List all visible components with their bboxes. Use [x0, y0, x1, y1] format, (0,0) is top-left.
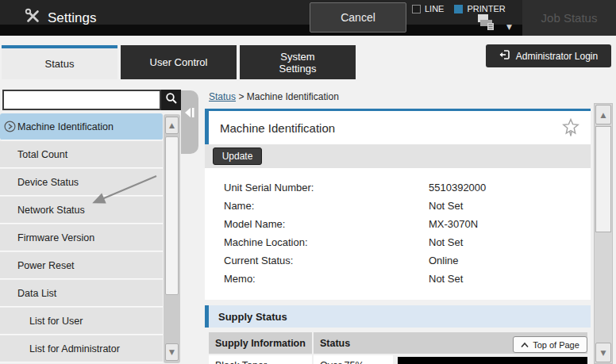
top-of-page-label: Top of Page: [533, 340, 579, 350]
field-row: Unit Serial Number: 5510392000: [205, 178, 591, 197]
tab-user-control[interactable]: User Control: [121, 45, 237, 79]
sidebar-item-label: Machine Identification: [17, 121, 114, 132]
printer-icon: [477, 13, 496, 34]
field-value: MX-3070N: [429, 218, 591, 230]
cell-supply-information: Black Toner: [209, 355, 312, 364]
top-of-page-button[interactable]: Top of Page: [513, 336, 587, 353]
sidebar-item-label: List for Administrator: [29, 343, 120, 354]
sidebar-item-label: Device Status: [17, 177, 79, 188]
field-label: Memo:: [205, 273, 429, 285]
field-row: Name: Not Set: [205, 197, 591, 215]
main-scroll-thumb[interactable]: [595, 126, 611, 232]
sidebar-item-label: Firmware Version: [17, 232, 94, 243]
supply-table-body: Black Toner Over 75%: [209, 355, 587, 364]
main-scrollbar: ▲ ▼: [594, 103, 613, 364]
status-indicators: LINE PRINTER: [412, 4, 506, 13]
field-label: Model Name:: [205, 218, 429, 230]
printer-dropdown-caret-icon[interactable]: ▼: [506, 23, 512, 31]
machine-identification-fields: Unit Serial Number: 5510392000 Name: Not…: [205, 168, 591, 300]
sidebar-item-label: Network Status: [17, 205, 85, 216]
indicator-printer: PRINTER: [454, 4, 505, 13]
tab-label: User Control: [150, 56, 208, 68]
sidebar-item-device-status[interactable]: Device Status: [0, 169, 163, 196]
section-title: Machine Identification: [209, 121, 335, 135]
cell-status: Over 75%: [314, 355, 393, 364]
cancel-button[interactable]: Cancel: [310, 2, 406, 33]
sidebar-item-network-status[interactable]: Network Status: [0, 197, 163, 224]
sidebar-scroll-down-button[interactable]: ▼: [165, 343, 179, 361]
top-header-bar: Settings Cancel LINE PRINTER ▼ Job Statu…: [0, 0, 616, 36]
breadcrumb: Status > Machine Identification: [209, 91, 339, 102]
section-toolbar: Update: [205, 144, 591, 168]
sidebar-item-label: Power Reset: [17, 260, 75, 271]
field-label: Name:: [205, 200, 429, 212]
indicator-swatch: [412, 5, 421, 13]
sidebar-scroll-thumb[interactable]: [165, 136, 179, 295]
field-value: Not Set: [429, 236, 591, 248]
administrator-login-button[interactable]: Administrator Login: [486, 44, 611, 67]
administrator-login-label: Administrator Login: [516, 51, 598, 62]
chevron-up-icon: [521, 340, 529, 350]
breadcrumb-status-link[interactable]: Status: [209, 91, 236, 102]
sidebar-item-firmware-version[interactable]: Firmware Version: [0, 224, 163, 251]
job-status-button[interactable]: Job Status: [522, 0, 616, 36]
sidebar-item-label: List for User: [29, 316, 83, 327]
update-button[interactable]: Update: [213, 148, 262, 165]
column-header-supply-information: Supply Information: [209, 332, 312, 354]
machine-identification-section-header: Machine Identification: [205, 109, 591, 144]
supply-status-title: Supply Status: [209, 311, 287, 323]
app-title-label: Settings: [48, 10, 96, 26]
indicator-label: PRINTER: [467, 4, 505, 13]
table-row: Black Toner Over 75%: [209, 355, 587, 364]
indicator-swatch: [454, 5, 463, 13]
main-scroll-down-button[interactable]: ▼: [595, 343, 611, 362]
app-title: Settings: [24, 7, 96, 29]
tab-label: System Settings: [279, 51, 317, 75]
sidebar-item-total-count[interactable]: Total Count: [0, 141, 163, 168]
tab-system-settings[interactable]: System Settings: [240, 45, 356, 79]
sidebar-item-label: Data List: [17, 288, 56, 299]
breadcrumb-separator: >: [238, 91, 244, 102]
sidebar-item-label: Total Count: [17, 149, 67, 160]
sidebar-scroll-up-button[interactable]: ▲: [165, 117, 179, 134]
field-value: 5510392000: [429, 182, 591, 193]
chevron-circle-icon: [4, 121, 16, 135]
indicator-label: LINE: [425, 4, 444, 13]
main-scroll-up-button[interactable]: ▲: [595, 105, 611, 125]
sidebar-collapse-handle[interactable]: [181, 90, 198, 154]
tab-status[interactable]: Status: [2, 45, 117, 79]
search-input[interactable]: [2, 90, 161, 110]
field-row: Memo: Not Set: [205, 270, 591, 288]
search-icon: [165, 92, 178, 108]
sidebar-item-data-list[interactable]: Data List: [0, 280, 163, 307]
field-label: Current Status:: [205, 255, 429, 266]
sidebar-scrollbar: ▲ ▼: [164, 114, 180, 363]
breadcrumb-current: Machine Identification: [247, 91, 339, 102]
settings-tools-icon: [24, 7, 41, 29]
field-value: Not Set: [429, 200, 591, 212]
supply-status-section-header: Supply Status: [205, 305, 591, 328]
field-row: Model Name: MX-3070N: [205, 215, 591, 233]
sidebar-item-list-for-user[interactable]: List for User: [0, 308, 163, 335]
sidebar-item-power-reset[interactable]: Power Reset: [0, 252, 163, 279]
sidebar-item-list-for-administrator[interactable]: List for Administrator: [0, 335, 163, 362]
login-icon: [499, 49, 510, 63]
sidebar-item-machine-identification[interactable]: Machine Identification: [0, 113, 163, 140]
field-row: Current Status: Online: [205, 251, 591, 270]
search-button[interactable]: [161, 90, 181, 110]
sidebar-menu: Machine Identification Total Count Devic…: [0, 113, 163, 363]
tab-label: Status: [45, 58, 75, 70]
field-value: Online: [429, 255, 591, 266]
toner-level-gauge: [398, 357, 587, 364]
favorite-star-icon[interactable]: [562, 118, 579, 140]
field-label: Machine Location:: [205, 236, 429, 248]
field-label: Unit Serial Number:: [205, 182, 429, 193]
field-value: Not Set: [429, 273, 591, 285]
field-row: Machine Location: Not Set: [205, 233, 591, 251]
indicator-line: LINE: [412, 4, 444, 13]
